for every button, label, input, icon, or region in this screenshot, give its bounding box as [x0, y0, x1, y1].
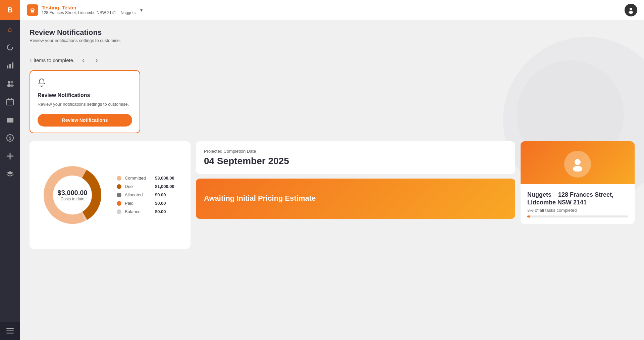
svg-rect-21 — [31, 10, 34, 12]
dashboard-row: $3,000.00 Costs to date Committed $3,000… — [30, 141, 635, 249]
page-subtitle: Review your notifications settings to cu… — [30, 38, 635, 43]
donut-label: Costs to date — [58, 196, 88, 201]
topbar: Testing, Tester 128 Frances Street, Lidc… — [20, 0, 644, 20]
svg-rect-12 — [7, 118, 13, 123]
legend-value: $0.00 — [155, 201, 166, 206]
property-progress-label: 3% of all tasks completed — [527, 208, 628, 213]
legend-item: Balance $0.00 — [117, 209, 174, 214]
svg-point-6 — [11, 81, 13, 84]
property-card: Nuggets – 128 Frances Street, Lidcombe N… — [521, 141, 635, 225]
svg-rect-18 — [6, 328, 14, 329]
legend-name: Paid — [125, 201, 152, 206]
brand-logo: B — [7, 6, 13, 14]
property-avatar — [564, 151, 591, 178]
svg-rect-3 — [12, 62, 13, 68]
legend-value: $3,000.00 — [155, 176, 174, 181]
sidebar: B ⌂ — [0, 0, 20, 340]
legend-value: $0.00 — [155, 209, 166, 214]
svg-rect-20 — [6, 333, 14, 334]
sidebar-bottom-menu[interactable] — [0, 322, 20, 340]
nav-next-button[interactable]: › — [92, 55, 101, 65]
legend-value: $1,000.00 — [155, 184, 174, 189]
property-card-body: Nuggets – 128 Frances Street, Lidcombe N… — [521, 184, 635, 225]
svg-point-0 — [7, 45, 13, 50]
projection-label: Projected Completion Date — [204, 149, 507, 154]
sidebar-item-dollar[interactable]: $ — [0, 129, 20, 147]
topbar-left: Testing, Tester 128 Frances Street, Lidc… — [27, 4, 143, 16]
legend-value: $0.00 — [155, 192, 166, 197]
page-title: Review Notifications — [30, 28, 635, 37]
items-row: 1 items to complete. ‹ › — [30, 55, 635, 65]
donut-center: $3,000.00 Costs to date — [58, 189, 88, 201]
svg-point-23 — [629, 11, 633, 14]
sidebar-item-tools[interactable] — [0, 147, 20, 165]
topbar-chevron-icon[interactable]: ▾ — [140, 7, 143, 13]
task-card-bell-icon — [38, 78, 132, 89]
svg-rect-2 — [9, 64, 11, 68]
topbar-avatar[interactable] — [625, 4, 637, 16]
legend-name: Committed — [125, 176, 152, 181]
sidebar-item-folder[interactable] — [0, 111, 20, 129]
legend-dot — [117, 193, 121, 197]
content-area: Review Notifications Review your notific… — [20, 20, 644, 340]
legend-item: Committed $3,000.00 — [117, 176, 174, 181]
main-area: Testing, Tester 128 Frances Street, Lidc… — [20, 0, 644, 340]
svg-point-4 — [8, 81, 10, 84]
awaiting-text: Awaiting Initial Pricing Estimate — [204, 194, 316, 203]
svg-point-27 — [575, 159, 581, 165]
legend-dot — [117, 184, 121, 189]
progress-bar-bg — [527, 215, 628, 217]
svg-text:$: $ — [9, 136, 11, 141]
page-header: Review Notifications Review your notific… — [30, 28, 635, 43]
review-notifications-button[interactable]: Review Notifications — [38, 114, 132, 127]
legend-item: Allocated $0.00 — [117, 192, 174, 197]
svg-rect-19 — [6, 331, 14, 332]
topbar-address: 128 Frances Street, Lidcombe NSW 2141 – … — [42, 10, 136, 15]
task-card: Review Notifications Review your notific… — [30, 70, 140, 133]
progress-bar-fill — [527, 215, 530, 217]
legend-dot — [117, 176, 121, 181]
topbar-home-icon[interactable] — [27, 4, 38, 16]
costs-card: $3,000.00 Costs to date Committed $3,000… — [30, 141, 191, 249]
topbar-info: Testing, Tester 128 Frances Street, Lidc… — [42, 5, 136, 15]
task-card-description: Review your notifications settings to cu… — [38, 101, 132, 108]
legend-item: Due $1,000.00 — [117, 184, 174, 189]
legend-name: Due — [125, 184, 152, 189]
costs-legend: Committed $3,000.00 Due $1,000.00 Alloca… — [117, 176, 174, 214]
legend-dot — [117, 209, 121, 214]
donut-amount: $3,000.00 — [58, 189, 88, 196]
property-card-top — [521, 141, 635, 184]
divider — [30, 49, 635, 49]
sidebar-item-loading[interactable] — [0, 38, 20, 56]
svg-point-7 — [10, 85, 14, 87]
sidebar-item-calendar[interactable] — [0, 93, 20, 111]
right-cards: Projected Completion Date 04 September 2… — [196, 141, 515, 219]
svg-point-28 — [573, 166, 582, 172]
items-count: 1 items to complete. — [30, 57, 74, 63]
legend-item: Paid $0.00 — [117, 201, 174, 206]
awaiting-card: Awaiting Initial Pricing Estimate — [196, 179, 515, 219]
sidebar-item-charts[interactable] — [0, 56, 20, 75]
task-card-title: Review Notifications — [38, 92, 132, 98]
legend-name: Balance — [125, 209, 152, 214]
projection-card: Projected Completion Date 04 September 2… — [196, 141, 515, 174]
sidebar-logo[interactable]: B — [0, 0, 20, 20]
svg-rect-1 — [7, 65, 8, 68]
nav-prev-button[interactable]: ‹ — [78, 55, 88, 65]
property-title: Nuggets – 128 Frances Street, Lidcombe N… — [527, 191, 628, 207]
sidebar-item-home[interactable]: ⌂ — [0, 20, 20, 38]
donut-chart: $3,000.00 Costs to date — [39, 161, 106, 229]
sidebar-item-people[interactable] — [0, 75, 20, 93]
svg-marker-17 — [7, 171, 13, 175]
legend-name: Allocated — [125, 192, 152, 197]
svg-rect-8 — [7, 99, 13, 105]
legend-dot — [117, 201, 121, 206]
sidebar-item-layers[interactable] — [0, 165, 20, 183]
topbar-user-name: Testing, Tester — [42, 5, 136, 10]
svg-point-22 — [630, 8, 632, 10]
projection-date: 04 September 2025 — [204, 156, 507, 166]
